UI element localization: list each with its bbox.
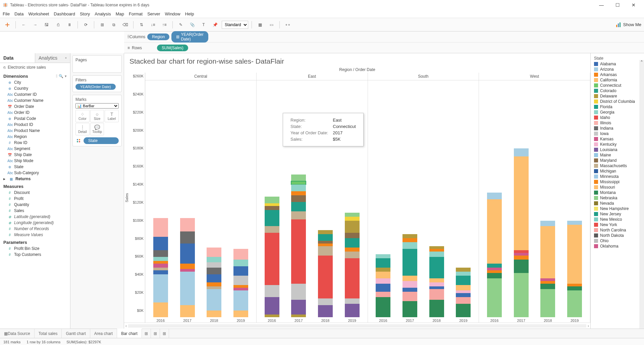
view-toggle-icon[interactable]: ⦙⦙ xyxy=(56,74,57,78)
legend-alabama[interactable]: Alabama xyxy=(592,61,643,67)
chart-plot[interactable]: Region:East State:Connecticut Year of Or… xyxy=(145,73,590,323)
field-sub-category[interactable]: AbcSub-Category xyxy=(0,170,70,176)
menu-dashboard[interactable]: Dashboard xyxy=(54,11,75,16)
field-ship-mode[interactable]: AbcShip Mode xyxy=(0,158,70,164)
legend-illinois[interactable]: Illinois xyxy=(592,120,643,126)
legend-montana[interactable]: Montana xyxy=(592,190,643,195)
pin-button[interactable]: 📌 xyxy=(210,20,220,29)
legend-louisiana[interactable]: Louisiana xyxy=(592,147,643,152)
legend-missouri[interactable]: Missouri xyxy=(592,185,643,190)
duplicate-button[interactable]: ⧉ xyxy=(109,20,118,29)
pill-sum-sales[interactable]: SUM(Sales) xyxy=(157,45,188,51)
legend-ohio[interactable]: Ohio xyxy=(592,238,643,244)
legend-kansas[interactable]: Kansas xyxy=(592,136,643,142)
tab-analytics[interactable]: Analytics • xyxy=(35,53,70,63)
new-worksheet-button[interactable]: ⊞ xyxy=(98,20,107,29)
field-product-id[interactable]: AbcProduct ID xyxy=(0,122,70,128)
columns-shelf[interactable]: ⦙⦙⦙Columns Region ⊞YEAR(Order Date) xyxy=(124,31,644,42)
legend-kentucky[interactable]: Kentucky xyxy=(592,142,643,147)
mark-label[interactable]: TLabel xyxy=(105,110,119,122)
new-dashboard-tab[interactable]: ⊞ xyxy=(151,329,160,338)
mark-detail[interactable]: ⋮Detail xyxy=(75,123,90,135)
bar-south-2017[interactable]: 2017 xyxy=(402,234,417,323)
new-datasource-button[interactable]: ⎙ xyxy=(53,20,63,29)
legend-nevada[interactable]: Nevada xyxy=(592,201,643,206)
marks-state-pill[interactable]: State xyxy=(84,137,119,144)
legend-iowa[interactable]: Iowa xyxy=(592,131,643,136)
legend-indiana[interactable]: Indiana xyxy=(592,126,643,131)
bar-south-2019[interactable]: 2019 xyxy=(456,268,471,323)
menu-story[interactable]: Story xyxy=(80,11,90,16)
legend-nebraska[interactable]: Nebraska xyxy=(592,195,643,201)
view-cards-button[interactable]: ▦ xyxy=(255,20,265,29)
filters-card[interactable]: Filters YEAR(Order Date) xyxy=(72,75,122,92)
pages-card[interactable]: Pages xyxy=(72,55,122,73)
field-profit[interactable]: #Profit xyxy=(0,196,70,202)
new-story-tab[interactable]: ⊞ xyxy=(160,329,169,338)
bar-south-2016[interactable]: 2016 xyxy=(376,254,390,323)
bar-east-2019[interactable]: 2019 xyxy=(345,213,360,323)
fit-dropdown[interactable]: Standard xyxy=(222,21,248,29)
save-button[interactable]: 🖫 xyxy=(42,20,51,29)
field-top-customers[interactable]: #Top Customers xyxy=(0,252,70,258)
redo-button[interactable]: → xyxy=(31,20,40,29)
bar-central-2018[interactable]: 2018 xyxy=(207,248,221,323)
legend-maine[interactable]: Maine xyxy=(592,152,643,158)
field-row-id[interactable]: #Row ID xyxy=(0,140,70,146)
field-customer-id[interactable]: AbcCustomer ID xyxy=(0,91,70,97)
field-profit-bin-size[interactable]: #Profit Bin Size xyxy=(0,246,70,252)
share-button[interactable]: ∘∘ xyxy=(283,20,292,29)
marks-card[interactable]: Marks 📊 BarBar ⁘Color○SizeTLabel⋮Detail💬… xyxy=(72,95,122,146)
legend-new-jersey[interactable]: New Jersey xyxy=(592,211,643,217)
datasource-tab[interactable]: ▦ Data Source xyxy=(0,329,35,338)
field-customer-name[interactable]: AbcCustomer Name xyxy=(0,97,70,104)
legend-maryland[interactable]: Maryland xyxy=(592,158,643,163)
legend-scrollbar[interactable]: ^ xyxy=(639,60,644,329)
legend-north-carolina[interactable]: North Carolina xyxy=(592,227,643,233)
viz-title[interactable]: Stacked bar chart for region-wise sales-… xyxy=(124,53,590,67)
refresh-button[interactable]: ⟳ xyxy=(81,20,91,29)
undo-button[interactable]: ← xyxy=(19,20,29,29)
menu-server[interactable]: Server xyxy=(147,11,160,16)
field-product-name[interactable]: AbcProduct Name xyxy=(0,128,70,134)
tableau-icon[interactable] xyxy=(3,20,12,29)
legend-connecticut[interactable]: Connecticut xyxy=(592,83,643,88)
rows-shelf[interactable]: ≡Rows SUM(Sales) xyxy=(124,42,644,53)
pill-year-orderdate[interactable]: ⊞YEAR(Order Date) xyxy=(171,31,208,43)
field-sales[interactable]: #Sales xyxy=(0,208,70,214)
new-worksheet-tab[interactable]: ⊞ xyxy=(142,329,151,338)
scroll-right-icon[interactable]: › xyxy=(588,324,589,328)
field-ship-date[interactable]: 📅Ship Date xyxy=(0,152,70,158)
menu-worksheet[interactable]: Worksheet xyxy=(28,11,49,16)
clear-button[interactable]: ⌫ xyxy=(120,20,130,29)
menu-window[interactable]: Window xyxy=(165,11,180,16)
menu-icon[interactable]: ▾ xyxy=(65,74,67,78)
legend-new-mexico[interactable]: New Mexico xyxy=(592,217,643,222)
field-quantity[interactable]: #Quantity xyxy=(0,202,70,208)
sheet-tab-total-sales[interactable]: Total sales xyxy=(35,329,62,338)
legend-district-of-columbia[interactable]: District of Columbia xyxy=(592,99,643,104)
maximize-button[interactable]: ☐ xyxy=(612,2,623,8)
legend-new-york[interactable]: New York xyxy=(592,222,643,227)
bar-west-2017[interactable]: 2017 xyxy=(514,148,529,323)
menu-data[interactable]: Data xyxy=(14,11,23,16)
labels-button[interactable]: T xyxy=(199,20,208,29)
menu-help[interactable]: Help xyxy=(185,11,194,16)
horizontal-scrollbar[interactable]: ‹ › xyxy=(124,323,590,329)
menu-file[interactable]: File xyxy=(3,11,10,16)
filter-pill-year[interactable]: YEAR(Order Date) xyxy=(75,84,116,90)
field-state[interactable]: ⊕State xyxy=(0,164,70,170)
show-me-button[interactable]: Show Me xyxy=(616,22,641,27)
pause-updates-button[interactable]: ⏸ xyxy=(65,20,74,29)
mark-size[interactable]: ○Size xyxy=(90,110,104,122)
legend-arkansas[interactable]: Arkansas xyxy=(592,72,643,77)
group-button[interactable]: 📎 xyxy=(187,20,197,29)
field-order-id[interactable]: AbcOrder ID xyxy=(0,110,70,116)
minimize-button[interactable]: ― xyxy=(596,2,606,8)
legend-florida[interactable]: Florida xyxy=(592,104,643,110)
legend-mississippi[interactable]: Mississippi xyxy=(592,179,643,185)
mark-color[interactable]: ⁘Color xyxy=(75,110,90,122)
legend-idaho[interactable]: Idaho xyxy=(592,115,643,120)
datasource-link[interactable]: ⎋ Electronic store sales xyxy=(0,63,70,72)
close-button[interactable]: ✕ xyxy=(629,2,639,8)
